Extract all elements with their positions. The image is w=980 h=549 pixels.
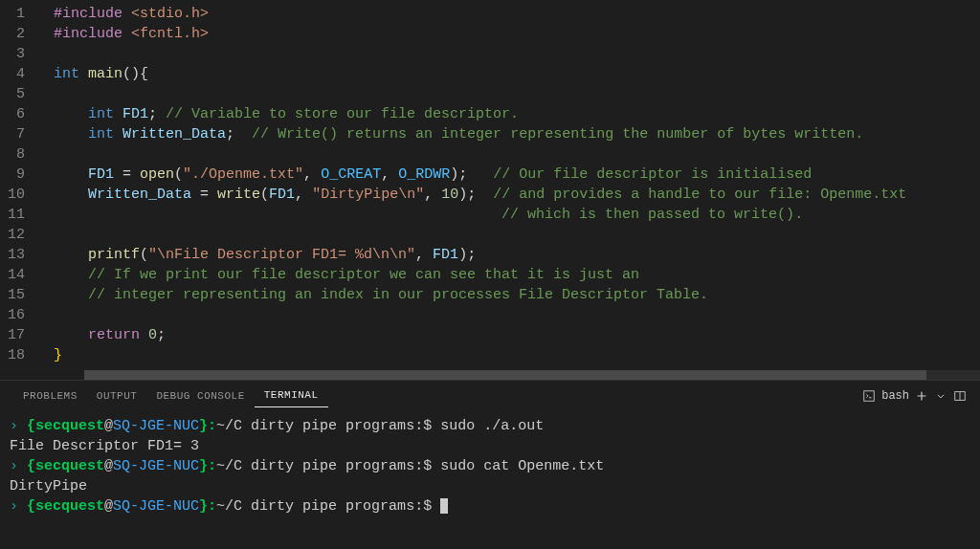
line-number: 17 [0,325,42,345]
line-number: 9 [0,165,42,185]
code-line: // which is then passed to write(). [54,205,980,225]
code-line: } [54,345,980,365]
code-line: // integer representing an index in our … [54,285,980,305]
line-number: 2 [0,24,42,44]
terminal-cursor [440,498,448,514]
line-number: 6 [0,104,42,124]
line-number: 10 [0,185,42,205]
line-number: 15 [0,285,42,305]
line-number: 4 [0,64,42,84]
shell-name[interactable]: bash [881,389,909,403]
panel-actions: bash [862,389,967,403]
line-number: 14 [0,265,42,285]
chevron-down-icon[interactable] [934,389,947,403]
code-line: FD1 = open("./Openme.txt", O_CREAT, O_RD… [54,165,980,185]
svg-rect-0 [864,390,875,401]
line-number: 12 [0,225,42,245]
line-number: 8 [0,144,42,165]
terminal-line: › {secquest@SQ-JGE-NUC}:~/C dirty pipe p… [10,496,970,516]
code-line [54,44,980,64]
code-line: int FD1; // Variable to store our file d… [54,104,980,124]
tab-output[interactable]: OUTPUT [87,384,147,407]
code-line [54,144,980,165]
code-line: Written_Data = write(FD1, "DirtyPipe\n",… [54,185,980,205]
line-number: 16 [0,305,42,325]
code-line: // If we print our file descriptor we ca… [54,265,980,285]
code-line: int Written_Data; // Write() returns an … [54,124,980,144]
terminal-line: DirtyPipe [10,476,970,496]
line-number: 7 [0,124,42,144]
code-line: #include <fcntl.h> [54,24,980,44]
line-number: 11 [0,205,42,225]
line-number: 5 [0,84,42,104]
horizontal-scrollbar[interactable] [84,370,980,380]
line-number: 3 [0,44,42,64]
split-icon[interactable] [953,389,967,403]
tab-terminal[interactable]: TERMINAL [255,384,328,407]
editor-area: 1 2 3 4 5 6 7 8 9 10 11 12 13 14 15 16 1… [0,0,980,380]
code-line: printf("\nFile Descriptor FD1= %d\n\n", … [54,245,980,265]
plus-icon[interactable] [915,389,928,403]
scrollbar-thumb[interactable] [84,370,926,380]
code-line: return 0; [54,325,980,345]
line-number: 13 [0,245,42,265]
line-number: 1 [0,4,42,24]
terminal-line: › {secquest@SQ-JGE-NUC}:~/C dirty pipe p… [10,456,970,476]
code-line: int main(){ [54,64,980,84]
code-content[interactable]: #include <stdio.h> #include <fcntl.h> in… [42,0,980,380]
code-line [54,225,980,245]
tab-problems[interactable]: PROBLEMS [13,384,87,407]
terminal-line: › {secquest@SQ-JGE-NUC}:~/C dirty pipe p… [10,416,970,436]
shell-icon [862,389,876,403]
tab-debug-console[interactable]: DEBUG CONSOLE [146,384,254,407]
code-line [54,305,980,325]
code-line: #include <stdio.h> [54,4,980,24]
line-number: 18 [0,345,42,365]
panel-tabs: PROBLEMS OUTPUT DEBUG CONSOLE TERMINAL b… [0,380,980,410]
line-number-gutter: 1 2 3 4 5 6 7 8 9 10 11 12 13 14 15 16 1… [0,0,42,380]
terminal-content[interactable]: › {secquest@SQ-JGE-NUC}:~/C dirty pipe p… [0,410,980,549]
terminal-line: File Descriptor FD1= 3 [10,436,970,456]
code-line [54,84,980,104]
